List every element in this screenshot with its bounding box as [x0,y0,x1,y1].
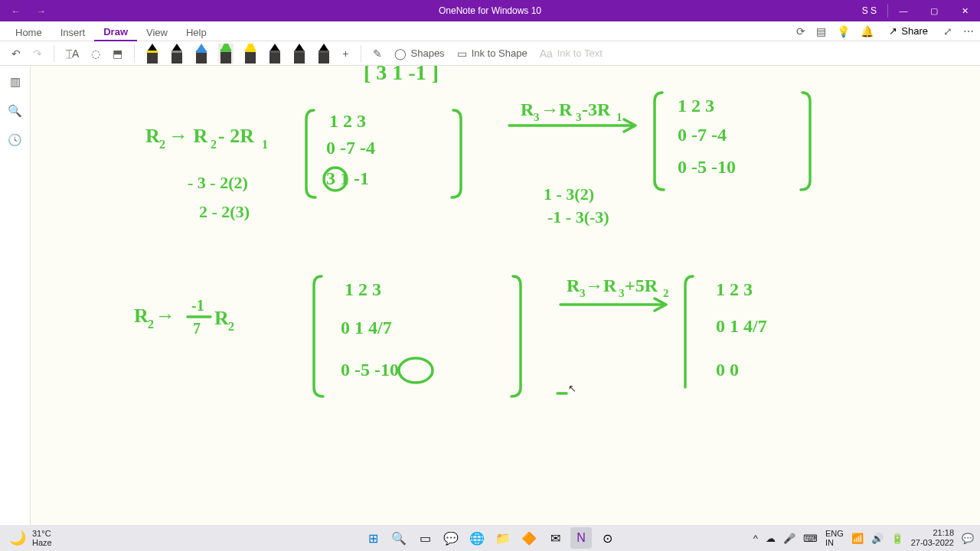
onedrive-icon[interactable]: ☁ [766,533,776,544]
maximize-button[interactable]: ▢ [919,0,949,21]
title-bar: ← → OneNote for Windows 10 S S — ▢ ✕ [0,0,980,21]
chevron-up-icon[interactable]: ^ [753,533,758,544]
start-button[interactable]: ⊞ [362,527,384,549]
pen-black[interactable] [169,44,185,64]
teams-icon[interactable]: 💬 [440,527,462,549]
text-select-button[interactable]: ⌶A [62,45,83,62]
share-icon: ↗ [889,25,897,37]
note-canvas[interactable]: [ 3 1 -1 ] R 2 → R 2 - 2R 1 - 3 - 2(2) 2… [31,66,980,525]
svg-text:2: 2 [159,138,165,151]
svg-point-34 [399,358,433,383]
keyboard-icon[interactable]: ⌨ [803,533,818,544]
search-icon[interactable]: 🔍 [8,104,22,118]
app-icon-2[interactable]: ⊙ [596,527,618,549]
weather-temp: 31°C [32,529,52,538]
svg-text:-1: -1 [191,297,204,314]
bulb-icon[interactable]: 💡 [837,25,850,37]
ink-to-shape-icon: ▭ [457,47,467,60]
pen-yellow-highlighter[interactable] [243,44,258,64]
mic-icon[interactable]: 🎤 [783,533,795,544]
taskbar-search-icon[interactable]: 🔍 [388,527,410,549]
undo-button[interactable]: ↶ [8,45,24,62]
ink-to-text-button[interactable]: AaInk to Text [536,45,606,62]
more-icon[interactable]: ⋯ [963,25,974,37]
ink-to-shape-button[interactable]: ▭Ink to Shape [453,45,531,62]
pen-blue[interactable] [194,44,209,64]
svg-text:1: 1 [616,111,622,123]
pen-black-2[interactable] [267,44,283,64]
svg-text:0   -7   -4: 0 -7 -4 [678,125,727,145]
tab-draw[interactable]: Draw [94,24,137,41]
user-label[interactable]: S S [851,5,887,16]
back-arrow-icon[interactable]: ← [11,5,21,17]
battery-icon[interactable]: 🔋 [891,533,903,544]
svg-text:-1 - 3(-3): -1 - 3(-3) [547,207,609,227]
files-icon[interactable]: 📁 [492,527,514,549]
shapes-label: Shapes [411,47,445,59]
svg-text:2: 2 [148,318,154,331]
fullscreen-icon[interactable]: ⤢ [943,25,952,37]
time-label: 21:18 [911,528,954,538]
draw-toolbar: ↶ ↷ ⌶A ◌ ⬒ + ✎ ◯Shapes ▭Ink to Shape AaI… [0,41,980,66]
weather-condition: Haze [32,538,52,547]
lasso-button[interactable]: ◌ [87,45,104,62]
shapes-button[interactable]: ◯Shapes [390,45,449,62]
svg-text:R: R [521,99,534,119]
tab-help[interactable]: Help [177,24,216,41]
svg-text:3: 3 [534,111,540,123]
clock[interactable]: 21:18 27-03-2022 [911,528,954,548]
task-view-icon[interactable]: ▭ [414,527,436,549]
add-pen-button[interactable]: + [338,45,352,62]
pen-black-3[interactable] [292,44,307,64]
language-indicator[interactable]: ENG IN [825,529,844,547]
separator [134,45,135,62]
svg-text:0     1    4/7: 0 1 4/7 [716,316,767,336]
volume-icon[interactable]: 🔊 [871,533,884,544]
svg-text:2: 2 [211,138,217,151]
svg-text:1     2    3: 1 2 3 [345,279,381,299]
onenote-taskbar-icon[interactable]: N [570,527,592,549]
recent-icon[interactable]: 🕓 [8,133,22,147]
tab-insert[interactable]: Insert [51,24,95,41]
svg-text:- 2R: - 2R [218,125,254,147]
share-button[interactable]: ↗Share [884,24,933,38]
pen-black-4[interactable] [316,44,332,64]
redo-button[interactable]: ↷ [29,45,46,62]
svg-text:→ R: → R [168,125,208,147]
notifications-icon[interactable]: 💬 [962,533,974,544]
svg-text:- 3 - 2(2): - 3 - 2(2) [188,173,248,192]
share-label: Share [901,25,928,37]
eraser-button[interactable]: ⬒ [109,45,126,62]
app-icon-1[interactable]: 🔶 [518,527,540,549]
svg-text:R: R [134,305,149,327]
pen-green-highlighter[interactable] [218,44,234,64]
svg-text:[ 3    1  -1  ]: [ 3 1 -1 ] [364,66,439,84]
svg-text:→: → [155,305,175,327]
left-sidebar: ▥ 🔍 🕓 [0,66,31,525]
notebooks-icon[interactable]: ▥ [10,75,21,89]
page-icon[interactable]: ▤ [816,25,826,37]
svg-text:0     0: 0 0 [716,360,739,380]
system-tray[interactable]: ^ ☁ 🎤 ⌨ ENG IN 📶 🔊 🔋 21:18 27-03-2022 💬 [753,528,974,548]
separator [54,45,54,62]
svg-text:R: R [145,125,160,147]
tab-view[interactable]: View [137,24,177,41]
ink-to-text-icon: Aa [540,47,553,60]
svg-text:2: 2 [663,287,669,299]
weather-widget[interactable]: 🌙 31°C Haze [0,529,52,547]
tab-home[interactable]: Home [6,24,51,41]
forward-arrow-icon[interactable]: → [36,5,46,17]
edge-icon[interactable]: 🌐 [466,527,488,549]
wifi-icon[interactable]: 📶 [851,533,864,544]
svg-text:1     2    3: 1 2 3 [716,279,753,299]
pen-black-yellow[interactable] [145,44,160,64]
bell-icon[interactable]: 🔔 [861,25,874,37]
svg-text:0   -5  -10: 0 -5 -10 [678,157,736,177]
close-button[interactable]: ✕ [949,0,980,21]
svg-text:R: R [567,276,580,295]
svg-text:→R: →R [541,99,573,119]
minimize-button[interactable]: — [888,0,919,21]
mail-icon[interactable]: ✉ [544,527,566,549]
sync-icon[interactable]: ⟳ [796,25,805,37]
ink-draw-button[interactable]: ✎ [369,45,386,62]
